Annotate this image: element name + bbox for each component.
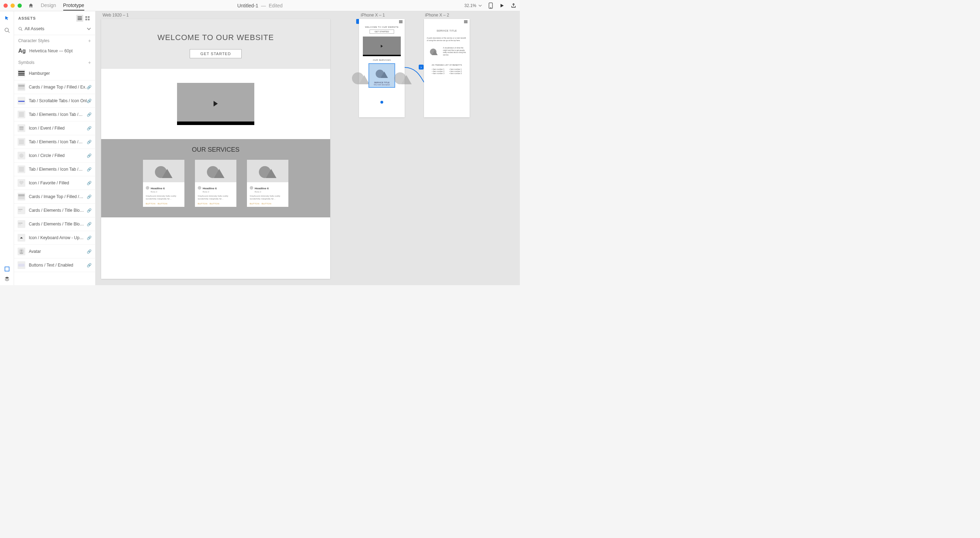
minimize-window[interactable]	[11, 3, 15, 8]
assets-filter-label: All Assets	[25, 26, 44, 31]
card-description: Greyhound divisively hello coldly wonder…	[146, 195, 181, 201]
symbol-item[interactable]: Avatar 🔗	[14, 245, 95, 258]
link-icon: 🔗	[87, 194, 92, 199]
card-subtitle: Body 2	[151, 191, 181, 193]
artboard-web[interactable]: WELCOME TO OUR WEBSITE GET STARTED OUR S…	[101, 19, 330, 279]
link-icon: 🔗	[87, 85, 92, 89]
card-actions: BUTTON BUTTON	[250, 203, 286, 205]
avatar-icon	[250, 186, 253, 189]
artboard-label-web[interactable]: Web 1920 – 1	[103, 13, 129, 18]
svg-rect-5	[78, 16, 82, 17]
share-icon[interactable]	[511, 3, 516, 8]
link-icon: 🔗	[87, 167, 92, 172]
device-preview-icon[interactable]	[488, 2, 493, 9]
svg-rect-23	[19, 139, 24, 144]
card-headline: Headline 6	[255, 187, 269, 190]
doc-status: — Edited	[259, 3, 282, 8]
tool-rail	[0, 11, 14, 285]
service-card: Headline 6 Body 2 Greyhound divisively h…	[247, 160, 288, 207]
add-icon[interactable]: +	[88, 38, 91, 43]
mode-tabs: Design Prototype	[41, 0, 84, 11]
avatar-icon	[18, 248, 25, 255]
symbol-item[interactable]: Hamburger	[14, 67, 95, 80]
search-icon[interactable]	[4, 27, 10, 33]
symbol-item[interactable]: Icon / Circle / Filled 🔗	[14, 149, 95, 162]
ip2-desc2: A visualization of what this might look …	[443, 47, 467, 56]
char-style-item[interactable]: Ag Helvetica Neue — 60pt	[14, 45, 95, 57]
grid-view-icon[interactable]	[84, 15, 91, 22]
canvas[interactable]: Web 1920 – 1 iPhone X – 1 iPhone X – 2 W…	[95, 11, 520, 285]
tab-design[interactable]: Design	[41, 0, 56, 11]
symbol-label: Hamburger	[29, 71, 92, 76]
symbol-item[interactable]: Icon / Favorite / Filled 🔗	[14, 176, 95, 190]
zoom-dropdown[interactable]: 32.1%	[465, 3, 482, 8]
symbol-item[interactable]: Cards / Elements / Title Blo… 🔗	[14, 204, 95, 217]
select-tool-icon[interactable]	[4, 16, 10, 21]
service-card: Headline 6 Body 2 Greyhound divisively h…	[195, 160, 236, 207]
wire-destination-handle[interactable]: ›	[419, 65, 423, 70]
maximize-window[interactable]	[18, 3, 22, 8]
button-icon	[18, 261, 25, 269]
ip2-shape	[430, 48, 438, 55]
symbol-label: Tab / Elements / Icon Tab /…	[29, 112, 92, 117]
symbol-item[interactable]: Tab / Elements / Icon Tab /… 🔗	[14, 108, 95, 121]
symbol-item[interactable]: Cards / Image Top / Filled /… 🔗	[14, 190, 95, 204]
window-controls	[3, 3, 22, 8]
symbol-label: Cards / Elements / Title Blo…	[29, 221, 92, 226]
selected-service-card[interactable]: SERVICE TITLE Very brief description	[369, 63, 395, 88]
symbol-item[interactable]: Icon / Event / Filled 🔗	[14, 121, 95, 135]
link-icon: 🔗	[87, 99, 92, 103]
link-icon: 🔗	[87, 126, 92, 131]
tab-line-icon	[18, 97, 25, 105]
document-title: Untitled-1 — Edited	[237, 3, 282, 8]
home-icon[interactable]	[28, 3, 34, 8]
symbol-item[interactable]: Tab / Scrollable Tabs / Icon Onl… 🔗	[14, 94, 95, 108]
zoom-value: 32.1%	[465, 3, 476, 8]
symbol-label: Buttons / Text / Enabled	[29, 263, 92, 267]
artboard-label-iphone2[interactable]: iPhone X – 2	[425, 13, 449, 18]
tab-el-icon	[18, 111, 25, 118]
benefit-item: Item number 3	[432, 72, 444, 75]
artboard-label-iphone1[interactable]: iPhone X – 1	[361, 13, 385, 18]
tab-prototype[interactable]: Prototype	[63, 0, 84, 11]
carousel-next-shape	[394, 70, 412, 84]
symbol-item[interactable]: Tab / Elements / Icon Tab /… 🔗	[14, 162, 95, 176]
svg-rect-25	[19, 167, 24, 172]
link-icon: 🔗	[87, 153, 92, 158]
arrow-up-icon	[18, 234, 25, 242]
get-started-button: GET STARTED	[190, 49, 242, 58]
svg-rect-16	[18, 75, 25, 75]
wire-origin-handle[interactable]	[380, 101, 383, 103]
symbol-item[interactable]: Cards / Image Top / Filled / Exp… 🔗	[14, 80, 95, 94]
layers-icon[interactable]	[4, 276, 10, 282]
svg-rect-29	[18, 211, 21, 212]
link-icon: 🔗	[87, 181, 92, 185]
symbol-item[interactable]: Cards / Elements / Title Blo… 🔗	[14, 217, 95, 231]
symbol-item[interactable]: Tab / Elements / Icon Tab /… 🔗	[14, 135, 95, 149]
ip1-cta: GET STARTED	[369, 30, 394, 34]
symbol-item[interactable]: Icon / Keyboard Arrow - Up… 🔗	[14, 231, 95, 245]
add-icon[interactable]: +	[88, 60, 91, 65]
symbol-label: Icon / Circle / Filled	[29, 153, 92, 158]
play-preview-icon[interactable]	[500, 3, 504, 8]
artboard-iphone2[interactable]: SERVICE TITLE A quick description of the…	[424, 19, 469, 117]
artboard-tool-icon[interactable]	[4, 266, 10, 272]
link-icon: 🔗	[87, 222, 92, 226]
play-icon	[213, 101, 218, 107]
svg-point-24	[19, 153, 24, 158]
hamburger-icon	[464, 21, 468, 23]
symbol-item[interactable]: Buttons / Text / Enabled 🔗	[14, 258, 95, 272]
chevron-down-icon	[87, 27, 91, 31]
svg-rect-15	[18, 73, 25, 74]
svg-rect-10	[85, 19, 87, 21]
assets-scroll[interactable]: Character Styles + Ag Helvetica Neue — 6…	[14, 35, 95, 285]
card-icon	[18, 83, 25, 91]
chevron-down-icon	[479, 4, 482, 7]
play-icon	[381, 45, 383, 48]
close-window[interactable]	[3, 3, 8, 8]
assets-filter[interactable]: All Assets	[14, 24, 95, 35]
video-section	[101, 69, 330, 139]
link-icon: 🔗	[87, 112, 92, 117]
list-view-icon[interactable]	[76, 15, 83, 22]
services-title: OUR SERVICES	[101, 146, 330, 153]
